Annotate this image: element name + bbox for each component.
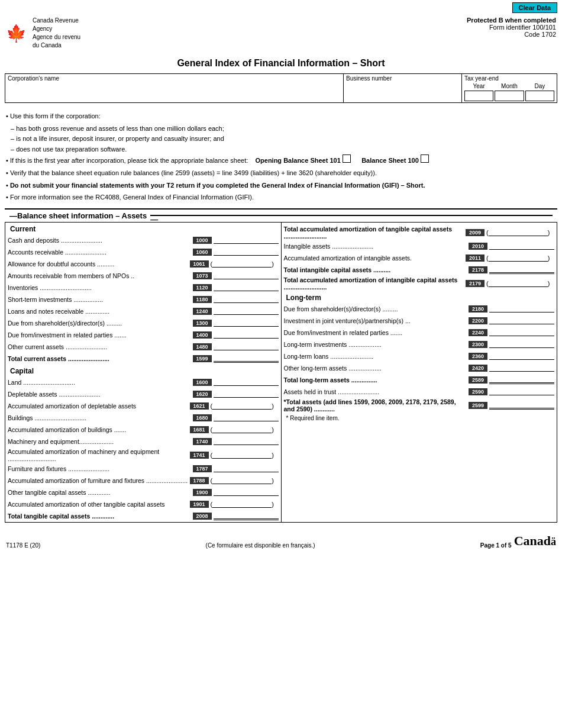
- form-id-label: Form identifier 100/101: [467, 24, 556, 31]
- input-1073[interactable]: [214, 272, 279, 279]
- left-column: Current Cash and deposits ..............…: [5, 223, 282, 522]
- top-bar: Clear Data: [0, 0, 562, 14]
- table-row: Other current assets ...................…: [5, 341, 281, 353]
- input-2178[interactable]: [489, 266, 554, 274]
- table-row: Short-term investments .................…: [5, 294, 281, 305]
- input-1300[interactable]: [214, 320, 279, 327]
- form-title: General Index of Financial Information –…: [0, 52, 562, 73]
- opening-balance-checkbox[interactable]: [343, 154, 351, 163]
- input-2009[interactable]: [489, 229, 548, 236]
- table-row: Accumulated amortization of furniture an…: [5, 475, 281, 487]
- table-row: Cash and deposits ......................…: [5, 234, 281, 246]
- input-2179[interactable]: [489, 280, 548, 287]
- input-1180[interactable]: [214, 296, 279, 303]
- business-num-cell: Business number: [344, 74, 462, 102]
- maple-leaf-icon: 🍁: [6, 24, 27, 43]
- canada-logo: 🍁: [6, 24, 27, 43]
- current-section-title: Current: [5, 223, 281, 234]
- footer-french-note: (Ce formulaire est disponible en françai…: [206, 542, 315, 549]
- input-1480[interactable]: [214, 343, 279, 350]
- input-2240[interactable]: [489, 329, 554, 336]
- input-1600[interactable]: [214, 379, 279, 386]
- table-row: Total intangible capital assets ........…: [282, 264, 557, 276]
- capital-section-title: Capital: [5, 365, 281, 376]
- month-header: Month: [495, 83, 524, 89]
- input-1599[interactable]: [214, 355, 279, 363]
- table-row: Accumulated amortization of other tangib…: [5, 498, 281, 510]
- input-2599[interactable]: [489, 401, 554, 410]
- instructions-section: Use this form if the corporation: has bo…: [0, 109, 562, 208]
- input-1060[interactable]: [214, 249, 279, 256]
- input-1681[interactable]: [212, 426, 272, 433]
- input-1000[interactable]: [214, 237, 279, 244]
- page-footer: T1178 E (20) (Ce formulaire est disponib…: [0, 529, 562, 551]
- long-term-title: Long-term: [282, 291, 557, 303]
- corp-name-input[interactable]: [8, 86, 341, 94]
- corp-name-cell: Corporation's name: [5, 74, 344, 102]
- table-row: Due from shareholder(s)/director(s) ....…: [282, 303, 557, 315]
- page-header: 🍁 Canada Revenue Agency Agence du revenu…: [0, 14, 562, 52]
- table-row: Total tangible capital assets ..........…: [5, 510, 281, 522]
- table-row: Buildings ..............................…: [5, 412, 281, 424]
- required-note: * Required line item.: [282, 413, 557, 423]
- input-1621[interactable]: [212, 402, 272, 410]
- agency-name: Canada Revenue Agency Agence du revenu d…: [33, 17, 80, 50]
- protected-label: Protected B when completed: [467, 17, 556, 24]
- year-input[interactable]: [464, 91, 493, 101]
- input-2300[interactable]: [489, 341, 554, 348]
- input-2589[interactable]: [489, 376, 554, 384]
- corp-name-label: Corporation's name: [8, 75, 341, 82]
- input-2010[interactable]: [489, 243, 554, 250]
- table-row: Allowance for doubtful accounts ........…: [5, 258, 281, 270]
- table-row: Total current assets ...................…: [5, 353, 281, 365]
- clear-data-button[interactable]: Clear Data: [512, 2, 557, 13]
- balance-sheet-checkbox[interactable]: [421, 154, 429, 163]
- table-row: *Total assets (add lines 1599, 2008, 200…: [282, 398, 557, 413]
- input-1787[interactable]: [214, 465, 279, 472]
- footer-form-id: T1178 E (20): [6, 542, 40, 549]
- input-1788[interactable]: [212, 477, 272, 484]
- year-header: Year: [464, 83, 493, 89]
- table-row: Other long-term assets .................…: [282, 362, 557, 374]
- opening-balance-label: Opening Balance Sheet 101: [255, 157, 340, 164]
- month-input[interactable]: [495, 91, 524, 101]
- footer-right: Page 1 of 5 Canadä: [480, 533, 556, 549]
- input-2008[interactable]: [214, 512, 279, 520]
- balance-sheet-label: Balance Sheet 100: [361, 157, 419, 164]
- input-1120[interactable]: [214, 284, 279, 291]
- table-row: Other tangible capital assets ..........…: [5, 487, 281, 498]
- table-row: Due from shareholder(s)/director(s) ....…: [5, 317, 281, 329]
- bullet-item-2: is not a life insurer, deposit insurer, …: [11, 134, 556, 144]
- input-2011[interactable]: [489, 255, 548, 262]
- input-2200[interactable]: [489, 317, 554, 324]
- table-row: Depletable assets ......................…: [5, 388, 281, 400]
- input-2590[interactable]: [489, 388, 554, 395]
- table-row: Total long-term assets ............... 2…: [282, 374, 557, 386]
- code-label: Code 1702: [467, 31, 556, 38]
- input-1620[interactable]: [214, 391, 279, 398]
- input-1061[interactable]: [212, 260, 272, 268]
- input-1240[interactable]: [214, 308, 279, 315]
- table-row: Land .............................. 1600: [5, 376, 281, 388]
- input-1400[interactable]: [214, 331, 279, 339]
- verify-note: Verify that the balance sheet equation r…: [6, 168, 556, 179]
- input-1680[interactable]: [214, 414, 279, 421]
- day-input[interactable]: [525, 91, 554, 101]
- business-num-label: Business number: [346, 75, 459, 82]
- input-1900[interactable]: [214, 489, 279, 496]
- table-row: Accumulated amortization of intangible a…: [282, 252, 557, 264]
- input-1740[interactable]: [214, 438, 279, 445]
- input-2360[interactable]: [489, 353, 554, 360]
- input-2420[interactable]: [489, 365, 554, 372]
- table-row: Intangible assets ......................…: [282, 240, 557, 252]
- input-1901[interactable]: [212, 501, 272, 508]
- input-2180[interactable]: [489, 305, 554, 313]
- input-1741[interactable]: [212, 452, 272, 459]
- business-num-input[interactable]: [346, 86, 459, 94]
- corp-info-row: Corporation's name Business number Tax y…: [5, 73, 557, 103]
- table-row: Assets held in trust ...................…: [282, 386, 557, 398]
- bullet-list: has both gross revenue and assets of les…: [6, 124, 556, 155]
- footer-page-label: Page 1 of 5: [480, 542, 512, 549]
- table-row: Accumulated amortization of depletable a…: [5, 400, 281, 412]
- table-row: Accounts receivable ....................…: [5, 246, 281, 258]
